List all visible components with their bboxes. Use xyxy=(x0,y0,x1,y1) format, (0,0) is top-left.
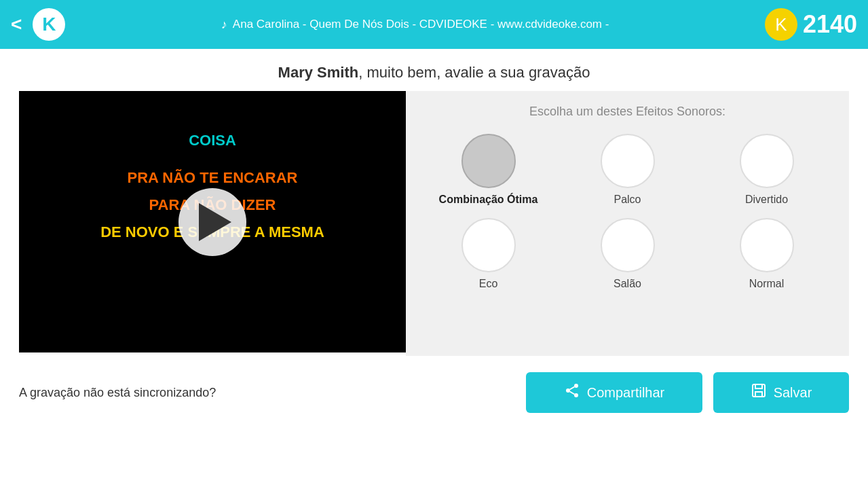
effects-panel: Escolha um destes Efeitos Sonoros: Combi… xyxy=(406,91,849,356)
svg-line-4 xyxy=(569,387,574,390)
lyric-line-2: PRA NÃO TE ENCARAR xyxy=(19,169,406,187)
effect-circle-normal xyxy=(740,218,794,272)
effect-label-salao: Salão xyxy=(614,278,641,290)
effect-normal[interactable]: Normal xyxy=(700,218,833,290)
score-container: K 2140 xyxy=(765,8,857,41)
svg-rect-5 xyxy=(753,384,765,397)
save-icon xyxy=(751,382,767,403)
svg-point-0 xyxy=(574,384,578,388)
save-label: Salvar xyxy=(774,385,812,401)
play-button[interactable] xyxy=(178,188,246,256)
effect-combinacao[interactable]: Combinação Ótima xyxy=(422,134,554,206)
page-title: Mary Smith, muito bem, avalie a sua grav… xyxy=(0,49,868,91)
share-icon xyxy=(564,382,580,403)
song-title: Ana Carolina - Quem De Nós Dois - CDVIDE… xyxy=(233,18,609,31)
effects-title: Escolha um destes Efeitos Sonoros: xyxy=(422,105,833,119)
main-content: COISA PRA NÃO TE ENCARAR PARA NÃO DIZER … xyxy=(19,91,849,356)
effect-label-normal: Normal xyxy=(749,278,785,290)
score-value: 2140 xyxy=(803,10,857,39)
header: < K ♪ Ana Carolina - Quem De Nós Dois - … xyxy=(0,0,868,49)
music-note-icon: ♪ xyxy=(221,18,227,32)
effects-grid: Combinação Ótima Palco Divertido Eco Sal… xyxy=(422,134,833,290)
play-triangle-icon xyxy=(199,203,231,241)
effect-label-combinacao: Combinação Ótima xyxy=(439,194,538,206)
share-label: Compartilhar xyxy=(587,385,664,401)
effect-circle-combinacao xyxy=(461,134,516,188)
share-button[interactable]: Compartilhar xyxy=(526,372,702,413)
effect-label-divertido: Divertido xyxy=(745,194,788,206)
back-button[interactable]: < xyxy=(11,14,22,35)
sync-text: A gravação não está sincronizando? xyxy=(19,386,515,400)
save-button[interactable]: Salvar xyxy=(713,372,849,413)
effect-palco[interactable]: Palco xyxy=(561,134,694,206)
effect-eco[interactable]: Eco xyxy=(422,218,554,290)
effect-divertido[interactable]: Divertido xyxy=(700,134,833,206)
effect-circle-palco xyxy=(601,134,655,188)
effect-circle-divertido xyxy=(740,134,794,188)
video-player[interactable]: COISA PRA NÃO TE ENCARAR PARA NÃO DIZER … xyxy=(19,91,406,352)
bottom-bar: A gravação não está sincronizando? Compa… xyxy=(0,361,868,424)
effect-salao[interactable]: Salão xyxy=(561,218,694,290)
effect-circle-salao xyxy=(601,218,655,272)
app-logo: K xyxy=(33,8,65,41)
effect-label-palco: Palco xyxy=(614,194,641,206)
lyric-line-1: COISA xyxy=(19,132,406,149)
score-logo-icon: K xyxy=(765,8,797,41)
user-name: Mary Smith xyxy=(278,64,359,81)
header-title: ♪ Ana Carolina - Quem De Nós Dois - CDVI… xyxy=(73,18,757,32)
svg-line-3 xyxy=(569,392,574,395)
page-title-text: , muito bem, avalie a sua gravação xyxy=(358,64,590,81)
effect-circle-eco xyxy=(461,218,516,272)
effect-label-eco: Eco xyxy=(479,278,498,290)
svg-point-1 xyxy=(566,388,570,393)
svg-point-2 xyxy=(574,393,578,397)
